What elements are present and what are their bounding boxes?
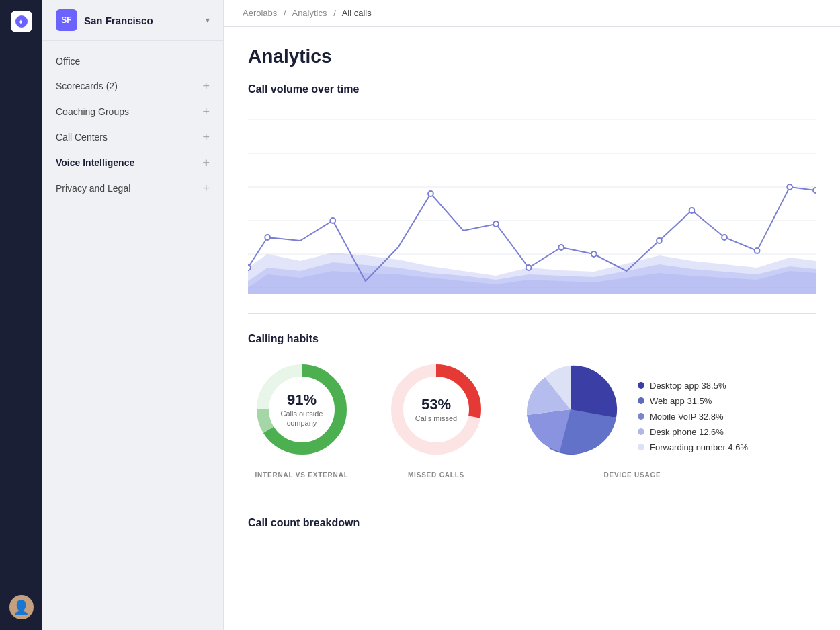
- legend-label: Forwarding number 4.6%: [650, 442, 748, 452]
- sidebar-item-call-centers[interactable]: Call Centers +: [42, 124, 223, 150]
- device-usage-chart: Desktop app 38.5% Web app 31.5% Mobile V…: [517, 356, 748, 479]
- legend-dot: [638, 413, 644, 420]
- svg-point-11: [248, 265, 251, 270]
- main-content: Aerolabs / Analytics / All calls Analyti…: [224, 0, 840, 630]
- app-logo[interactable]: ✦: [11, 11, 32, 32]
- legend-item-desktop: Desktop app 38.5%: [638, 381, 748, 391]
- donut-missed-calls: 53% Calls missed: [382, 356, 490, 463]
- legend-dot: [638, 428, 644, 435]
- add-icon: +: [202, 80, 210, 92]
- workspace-header[interactable]: SF San Francisco ▾: [42, 0, 223, 41]
- section-divider: [248, 313, 816, 314]
- svg-point-23: [787, 184, 792, 190]
- legend-dot: [638, 444, 644, 450]
- add-icon: +: [202, 157, 210, 169]
- sidebar-item-coaching-groups[interactable]: Coaching Groups +: [42, 99, 223, 124]
- calling-habits-section: 91% Calls outside company INTERNAL VS EX…: [248, 356, 816, 479]
- breadcrumb: Aerolabs / Analytics / All calls: [224, 0, 840, 27]
- missed-calls-chart: 53% Calls missed MISSED CALLS: [382, 356, 490, 479]
- legend-item-deskphone: Desk phone 12.6%: [638, 427, 748, 437]
- sidebar-item-label: Privacy and Legal: [56, 183, 130, 194]
- page-content: Analytics Call volume over time: [224, 27, 840, 548]
- breadcrumb-current: All calls: [342, 8, 372, 18]
- sidebar-item-office[interactable]: Office: [42, 49, 223, 73]
- legend-label: Mobile VoIP 32.8%: [650, 411, 724, 422]
- svg-point-17: [558, 245, 564, 250]
- legend-item-web: Web app 31.5%: [638, 396, 748, 406]
- svg-marker-10: [248, 253, 816, 294]
- donut-label: DEVICE USAGE: [603, 471, 661, 479]
- svg-point-21: [722, 235, 727, 240]
- workspace-initials: SF: [61, 15, 71, 25]
- workspace-badge: SF: [56, 9, 77, 31]
- sidebar: SF San Francisco ▾ Office Scorecards (2)…: [42, 0, 224, 630]
- svg-point-16: [526, 265, 532, 270]
- sidebar-item-label: Scorecards (2): [56, 81, 118, 91]
- legend-label: Desktop app 38.5%: [650, 381, 726, 391]
- sidebar-item-privacy[interactable]: Privacy and Legal +: [42, 175, 223, 201]
- add-icon: +: [202, 131, 210, 143]
- svg-point-12: [265, 235, 270, 240]
- call-volume-chart: [248, 106, 816, 294]
- svg-text:✦: ✦: [18, 19, 24, 26]
- svg-point-14: [428, 191, 433, 196]
- sidebar-item-label: Call Centers: [56, 132, 108, 143]
- internal-external-chart: 91% Calls outside company INTERNAL VS EX…: [248, 356, 355, 479]
- sidebar-menu: Office Scorecards (2) + Coaching Groups …: [42, 41, 223, 630]
- sidebar-item-label: Office: [56, 56, 80, 67]
- sidebar-item-label: Voice Intelligence: [56, 157, 134, 168]
- svg-point-13: [330, 218, 335, 223]
- svg-point-22: [755, 248, 760, 253]
- calling-habits-title: Calling habits: [248, 333, 816, 345]
- legend-dot: [638, 382, 644, 389]
- svg-point-24: [813, 188, 816, 193]
- workspace-name: San Francisco: [84, 15, 199, 26]
- sidebar-item-label: Coaching Groups: [56, 106, 129, 117]
- device-usage-pie: [517, 356, 624, 463]
- donut-label: MISSED CALLS: [408, 471, 464, 479]
- svg-point-20: [689, 208, 695, 213]
- legend-label: Desk phone 12.6%: [650, 427, 724, 437]
- chevron-down-icon: ▾: [206, 15, 210, 25]
- device-usage-section: Desktop app 38.5% Web app 31.5% Mobile V…: [517, 356, 748, 463]
- svg-point-15: [493, 221, 499, 227]
- device-legend: Desktop app 38.5% Web app 31.5% Mobile V…: [638, 367, 748, 452]
- sidebar-item-scorecards[interactable]: Scorecards (2) +: [42, 73, 223, 99]
- legend-item-mobile: Mobile VoIP 32.8%: [638, 411, 748, 422]
- add-icon: +: [202, 106, 210, 118]
- legend-item-forwarding: Forwarding number 4.6%: [638, 442, 748, 452]
- section-divider-2: [248, 498, 816, 498]
- legend-dot: [638, 397, 644, 404]
- donut-label: INTERNAL VS EXTERNAL: [255, 471, 348, 479]
- page-title: Analytics: [248, 46, 816, 67]
- svg-point-19: [657, 238, 662, 243]
- add-icon: +: [202, 182, 210, 194]
- nav-bar: ✦ 👤: [0, 0, 42, 630]
- breadcrumb-aerolabs[interactable]: Aerolabs: [243, 8, 277, 18]
- donut-internal-external: 91% Calls outside company: [248, 356, 355, 463]
- legend-label: Web app 31.5%: [650, 396, 712, 406]
- user-avatar[interactable]: 👤: [9, 595, 34, 619]
- svg-point-18: [591, 251, 597, 257]
- breadcrumb-analytics[interactable]: Analytics: [292, 8, 327, 18]
- chart1-title: Call volume over time: [248, 83, 816, 95]
- sidebar-item-voice-intelligence[interactable]: Voice Intelligence +: [42, 150, 223, 175]
- call-count-title: Call count breakdown: [248, 517, 816, 529]
